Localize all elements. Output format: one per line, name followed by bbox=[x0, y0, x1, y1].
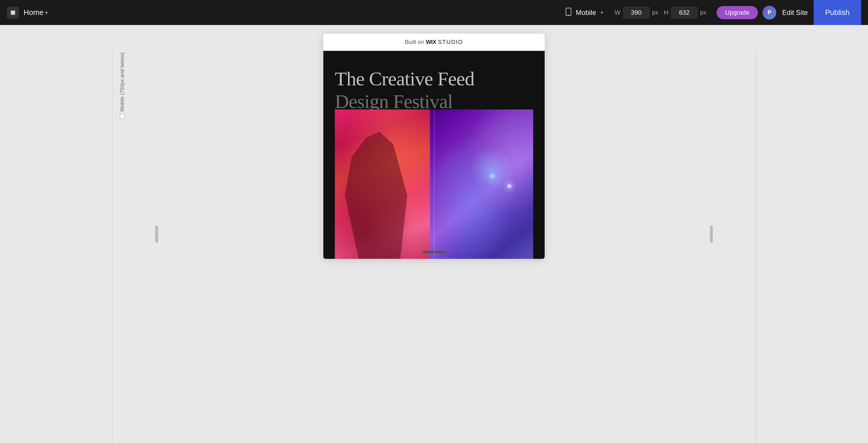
breakpoint-text: Mobile (750px and below) bbox=[119, 52, 125, 112]
guideline-right bbox=[755, 50, 756, 443]
width-input[interactable] bbox=[623, 7, 649, 19]
mobile-device-icon bbox=[565, 8, 572, 18]
device-chevron-icon: ▾ bbox=[601, 10, 603, 15]
mobile-frame-wrapper: Built on WIX STUDIO The Creative Feed De… bbox=[323, 34, 545, 259]
breakpoint-checkbox[interactable] bbox=[120, 114, 124, 119]
width-label: W bbox=[615, 9, 621, 17]
hero-image-left bbox=[335, 109, 434, 259]
hero-image bbox=[335, 109, 533, 259]
topbar: Home ▾ Mobile ▾ W px H px Upgrade P Edit… bbox=[0, 0, 868, 25]
home-chevron-icon: ▾ bbox=[45, 9, 48, 16]
publish-button[interactable]: Publish bbox=[814, 0, 861, 25]
hero-title-line2: Design Festival bbox=[335, 91, 533, 112]
breakpoint-label: Mobile (750px and below) bbox=[119, 52, 125, 118]
wix-brand-text: WIX bbox=[426, 39, 436, 45]
svg-rect-2 bbox=[566, 8, 571, 15]
height-label: H bbox=[664, 9, 669, 17]
wix-studio-text: STUDIO bbox=[438, 39, 463, 45]
site-hero: The Creative Feed Design Festival bbox=[323, 51, 545, 259]
home-label: Home bbox=[24, 8, 43, 17]
built-on-text: Built on bbox=[405, 39, 424, 45]
user-avatar[interactable]: P bbox=[763, 6, 776, 20]
height-input[interactable] bbox=[672, 7, 697, 19]
svg-rect-1 bbox=[11, 11, 15, 14]
home-nav[interactable]: Home ▾ bbox=[24, 8, 48, 17]
resize-handle-right[interactable] bbox=[710, 225, 713, 243]
hero-image-right bbox=[430, 109, 533, 259]
wix-logo[interactable] bbox=[7, 7, 19, 19]
svg-rect-3 bbox=[568, 14, 569, 15]
canvas-area: Mobile (750px and below) Built on WIX ST… bbox=[0, 25, 868, 443]
device-label: Mobile bbox=[576, 9, 596, 17]
device-selector[interactable]: Mobile ▾ bbox=[565, 8, 603, 18]
wix-studio-banner: Built on WIX STUDIO bbox=[323, 34, 545, 51]
height-unit: px bbox=[700, 9, 706, 16]
topbar-right-section: P Edit Site Publish bbox=[763, 0, 861, 25]
guideline-left bbox=[112, 50, 113, 443]
hero-image-divider bbox=[434, 109, 435, 259]
width-unit: px bbox=[652, 9, 658, 16]
resize-handle-left[interactable] bbox=[155, 225, 158, 243]
site-content: The Creative Feed Design Festival bbox=[323, 51, 545, 259]
bokeh-light-1 bbox=[490, 173, 495, 179]
bokeh-light-2 bbox=[507, 184, 511, 188]
dimensions-section: W px H px bbox=[615, 7, 706, 19]
edit-site-button[interactable]: Edit Site bbox=[782, 9, 808, 17]
hero-title-line1: The Creative Feed bbox=[335, 68, 533, 90]
mobile-frame: Built on WIX STUDIO The Creative Feed De… bbox=[323, 34, 545, 259]
upgrade-button[interactable]: Upgrade bbox=[716, 6, 758, 19]
